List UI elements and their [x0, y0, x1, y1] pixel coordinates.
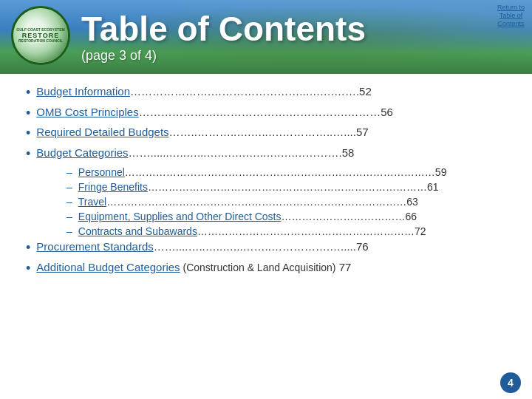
- sub-dash-2: –: [66, 181, 72, 193]
- sub-num-3: 63: [406, 196, 418, 208]
- toc-link-budget-categories[interactable]: Budget Categories: [36, 146, 128, 159]
- toc-num-2: 56: [381, 106, 393, 118]
- return-line1: Return to: [497, 4, 525, 11]
- toc-item-procurement: • Procurement Standards ……....…..…..…...…: [26, 240, 514, 256]
- toc-item-3: • Required Detailed Budgets ……..………..….……: [26, 126, 514, 142]
- sub-dash-5: –: [66, 225, 72, 237]
- sub-item-travel: – Travel …………………………………………………………………………… 6…: [66, 196, 514, 208]
- bullet-1: •: [26, 85, 30, 101]
- sub-item-personnel: – Personnel ……………………………………………………………………………: [66, 166, 514, 178]
- toc-num-add: 77: [336, 261, 352, 273]
- logo: GULF COAST ECOSYSTEM RESTORE RESTORATION…: [11, 6, 70, 65]
- sub-dash-4: –: [66, 211, 72, 222]
- toc-dots-2: ………………….……………….…………….………: [139, 106, 381, 118]
- toc-line-procurement: Procurement Standards ……....…..…..…...………: [36, 240, 368, 253]
- logo-inner: GULF COAST ECOSYSTEM RESTORE RESTORATION…: [13, 8, 68, 63]
- toc-line-1: Budget Information ………………….……………………..….……: [36, 85, 371, 98]
- sub-num-1: 59: [435, 166, 447, 178]
- sub-num-4: 66: [406, 211, 417, 222]
- toc-dots-proc: ……....…..…..…...……..…………….….....: [154, 240, 356, 253]
- return-to-toc-button[interactable]: Return to Table of Contents: [497, 4, 525, 27]
- sub-link-contracts[interactable]: Contracts and Subawards: [78, 225, 197, 237]
- sub-dash-1: –: [66, 166, 72, 178]
- sub-link-fringe[interactable]: Fringe Benefits: [78, 181, 148, 193]
- toc-item-additional: • Additional Budget Categories (Construc…: [26, 261, 514, 277]
- toc-line-3: Required Detailed Budgets ……..………..….…..…: [36, 126, 368, 138]
- sub-item-equipment: – Equipment, Supplies and Other Direct C…: [66, 211, 514, 222]
- page-subtitle: (page 3 of 4): [81, 48, 157, 64]
- header: GULF COAST ECOSYSTEM RESTORE RESTORATION…: [0, 0, 532, 74]
- sub-dots-4: ………………………………: [282, 211, 406, 222]
- toc-dots-1: ………………….……………………..….….…….: [130, 85, 359, 98]
- sub-dash-3: –: [66, 196, 72, 208]
- sub-dots-2: ………………………………………………………………………: [148, 181, 427, 193]
- sub-item-fringe: – Fringe Benefits ……………………………………………………………: [66, 181, 514, 193]
- toc-line-additional: Additional Budget Categories (Constructi…: [36, 261, 351, 273]
- toc-link-additional[interactable]: Additional Budget Categories: [36, 261, 180, 273]
- sub-dots-3: ……………………………………………………………………………: [106, 196, 406, 208]
- toc-space: (Construction & Land Acquisition): [180, 262, 336, 273]
- bullet-4: •: [26, 146, 30, 163]
- page-title: Table of Contents: [81, 9, 366, 49]
- toc-link-required-budgets[interactable]: Required Detailed Budgets: [36, 126, 168, 138]
- return-line2: Table of: [499, 12, 523, 19]
- sub-link-travel[interactable]: Travel: [78, 196, 106, 208]
- logo-bottom-text: RESTORATION COUNCIL: [18, 39, 63, 44]
- sub-dots-1: ………………………………………………………………………………: [125, 166, 435, 178]
- toc-dots-4: ……......…..…...….….….…..….….………….: [129, 146, 342, 159]
- sub-dots-5: ………………………………………………………: [197, 225, 415, 237]
- toc-item-1: • Budget Information ………………….……………………..……: [26, 85, 514, 101]
- bullet-2: •: [26, 106, 30, 122]
- page-number-badge: 4: [500, 372, 521, 393]
- toc-link-omb-cost[interactable]: OMB Cost Principles: [36, 106, 138, 118]
- bullet-5: •: [26, 240, 30, 256]
- toc-num-3: 57: [356, 126, 369, 138]
- toc-dots-3: ……..………..….…..….…………..…....: [169, 126, 356, 138]
- toc-item-4: • Budget Categories ……......…..…...….….……: [26, 146, 514, 163]
- sub-num-5: 72: [415, 225, 426, 237]
- toc-link-procurement[interactable]: Procurement Standards: [36, 240, 153, 253]
- sub-item-contracts: – Contracts and Subawards ………………………………………: [66, 225, 514, 237]
- sub-link-equipment[interactable]: Equipment, Supplies and Other Direct Cos…: [78, 211, 282, 222]
- bullet-6: •: [26, 261, 30, 277]
- toc-line-2: OMB Cost Principles ………………….……………….………………: [36, 106, 393, 118]
- return-line3: Contents: [497, 20, 524, 27]
- toc-num-1: 52: [359, 85, 372, 98]
- bullet-3: •: [26, 126, 30, 142]
- toc-item-2: • OMB Cost Principles ………………….……………….…………: [26, 106, 514, 122]
- sub-num-2: 61: [427, 181, 439, 193]
- toc-line-4: Budget Categories ……......…..…...….….….……: [36, 146, 354, 159]
- sub-link-personnel[interactable]: Personnel: [78, 166, 125, 178]
- page-number-text: 4: [508, 377, 514, 389]
- toc-link-budget-information[interactable]: Budget Information: [36, 85, 130, 98]
- sub-items-container: – Personnel ……………………………………………………………………………: [66, 166, 514, 237]
- main-content: • Budget Information ………………….……………………..……: [0, 74, 532, 289]
- toc-num-4: 58: [342, 146, 355, 159]
- toc-num-proc: 76: [356, 240, 369, 253]
